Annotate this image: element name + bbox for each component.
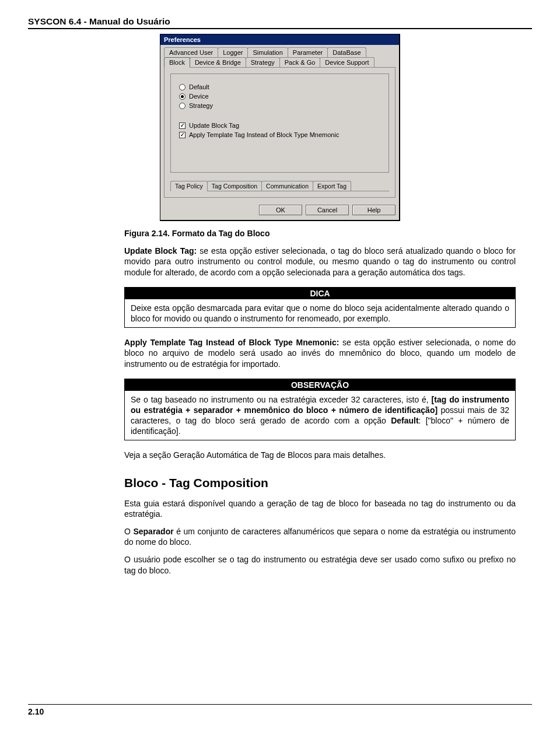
content-area: Figura 2.14. Formato da Tag do Bloco Upd… xyxy=(124,228,516,576)
inner-tab-tag-policy[interactable]: Tag Policy xyxy=(170,181,208,191)
radio-device[interactable] xyxy=(179,93,186,100)
tabrow-lower: Block Device & Bridge Strategy Pack & Go… xyxy=(160,57,399,67)
radio-default[interactable] xyxy=(179,84,186,90)
dialog-button-row: OK Cancel Help xyxy=(160,201,399,220)
tag-policy-groupbox: Default Device Strategy Update Block Tag xyxy=(170,74,389,173)
checkbox-apply-template[interactable] xyxy=(179,132,186,138)
checkbox-update-block-tag-label: Update Block Tag xyxy=(189,122,239,129)
observacao-title: OBSERVAÇÃO xyxy=(125,379,515,391)
ok-button[interactable]: OK xyxy=(259,205,302,215)
tabrow-upper: Advanced User Logger Simulation Paramete… xyxy=(160,45,399,57)
checkbox-update-block-tag[interactable] xyxy=(179,123,186,129)
inner-tab-communication[interactable]: Communication xyxy=(261,181,313,191)
radio-strategy-label: Strategy xyxy=(189,102,213,109)
document-header: SYSCON 6.4 - Manual do Usuário xyxy=(28,16,532,29)
help-button[interactable]: Help xyxy=(352,205,396,215)
dialog-body: Default Device Strategy Update Block Tag xyxy=(164,67,396,198)
s2p2-post: é um conjunto de caracteres alfanumérico… xyxy=(124,527,516,547)
paragraph-apply-template: Apply Template Tag Instead of Block Type… xyxy=(124,337,516,369)
tab-device-bridge[interactable]: Device & Bridge xyxy=(190,57,246,67)
inner-tab-tag-composition[interactable]: Tag Composition xyxy=(207,181,262,191)
page-footer: 2.10 xyxy=(28,704,532,716)
dialog-titlebar: Preferences xyxy=(160,34,399,45)
obs-pre: Se o tag baseado no instrumento ou na es… xyxy=(131,395,432,404)
tab-simulation[interactable]: Simulation xyxy=(247,47,288,57)
radio-strategy[interactable] xyxy=(179,103,186,109)
dica-title: DICA xyxy=(125,288,515,299)
paragraph-update-block-tag: Update Block Tag: se esta opção estiver … xyxy=(124,246,516,278)
tab-block[interactable]: Block xyxy=(164,57,190,67)
section2-p1: Esta guia estará disponível quando a ger… xyxy=(124,498,516,519)
tab-parameter[interactable]: Parameter xyxy=(288,47,328,57)
figure-wrap: Preferences Advanced User Logger Simulat… xyxy=(28,34,532,221)
obs-bold2: Default xyxy=(391,416,418,425)
tab-pack-go[interactable]: Pack & Go xyxy=(279,57,321,67)
see-more: Veja a seção Geração Automática de Tag d… xyxy=(124,450,516,460)
checkbox-apply-template-label: Apply Template Tag Instead of Block Type… xyxy=(189,131,339,138)
page-number: 2.10 xyxy=(28,707,44,716)
dica-body: Deixe esta opção desmarcada para evitar … xyxy=(125,299,515,327)
cancel-button[interactable]: Cancel xyxy=(306,205,349,215)
section-tag-composition-title: Bloco - Tag Composition xyxy=(124,476,516,490)
figure-caption: Figura 2.14. Formato da Tag do Bloco xyxy=(124,228,516,239)
radio-device-label: Device xyxy=(189,93,209,100)
s2p2-pre: O xyxy=(124,527,133,536)
tab-database[interactable]: DataBase xyxy=(327,47,366,57)
term-apply-template: Apply Template Tag Instead of Block Type… xyxy=(124,338,339,347)
preferences-dialog: Preferences Advanced User Logger Simulat… xyxy=(160,34,400,221)
tab-strategy[interactable]: Strategy xyxy=(246,57,280,67)
s2p2-bold: Separador xyxy=(133,527,173,536)
tab-advanced-user[interactable]: Advanced User xyxy=(164,47,218,57)
observacao-body: Se o tag baseado no instrumento ou na es… xyxy=(125,391,515,440)
radio-default-label: Default xyxy=(189,83,209,90)
term-update-block-tag: Update Block Tag: xyxy=(124,246,197,256)
inner-tab-export-tag[interactable]: Export Tag xyxy=(313,181,351,191)
tab-logger[interactable]: Logger xyxy=(218,47,248,57)
section2-p2: O Separador é um conjunto de caracteres … xyxy=(124,526,516,547)
observacao-box: OBSERVAÇÃO Se o tag baseado no instrumen… xyxy=(124,379,516,441)
tab-device-support[interactable]: Device Support xyxy=(320,57,374,67)
inner-tabrow: Tag Policy Tag Composition Communication… xyxy=(170,181,389,191)
section2-p3: O usuário pode escolher se o tag do inst… xyxy=(124,554,516,575)
dica-box: DICA Deixe esta opção desmarcada para ev… xyxy=(124,287,516,328)
